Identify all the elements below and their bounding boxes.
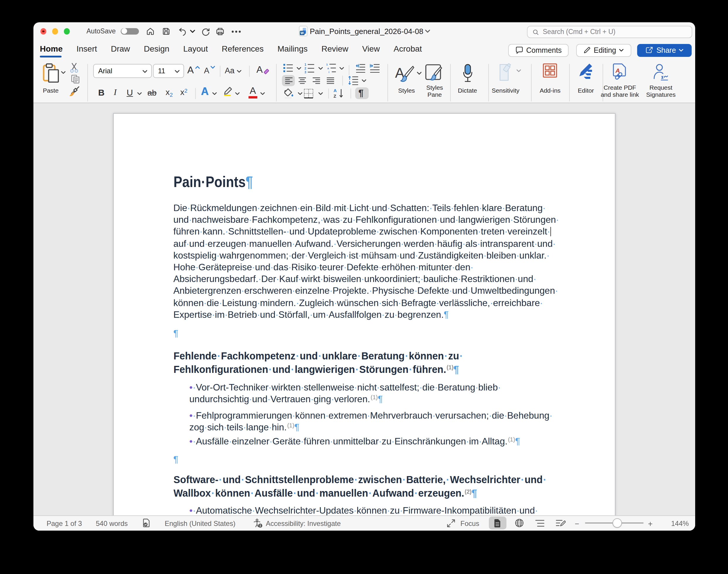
svg-text:2: 2 [304,66,306,70]
svg-text:1: 1 [304,63,306,66]
svg-text:a: a [327,66,329,70]
svg-text:W: W [300,31,304,35]
svg-text:i: i [328,70,329,73]
svg-text:3: 3 [304,70,306,74]
svg-text:Z: Z [334,93,336,98]
svg-text:A: A [334,88,337,93]
svg-text:1: 1 [326,63,328,66]
